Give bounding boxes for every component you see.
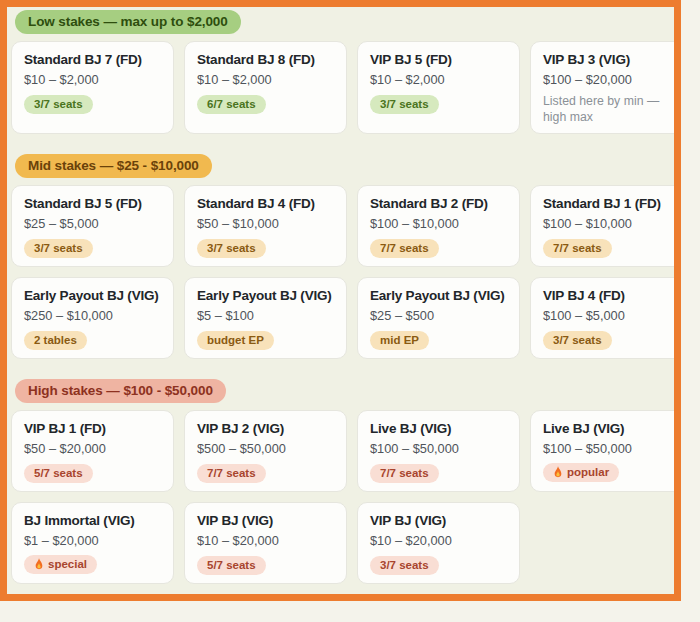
table-card[interactable]: VIP BJ (VIG) $10 – $20,000 3/7 seats bbox=[357, 502, 520, 584]
section-header-badge-mid-stakes: Mid stakes — $25 - $10,000 bbox=[15, 154, 212, 178]
table-card[interactable]: Early Payout BJ (VIG) $25 – $500 mid EP bbox=[357, 277, 520, 359]
table-card[interactable]: VIP BJ 5 (FD) $10 – $2,000 3/7 seats bbox=[357, 41, 520, 134]
table-card[interactable]: Early Payout BJ (VIG) $250 – $10,000 2 t… bbox=[11, 277, 174, 359]
flame-icon bbox=[34, 558, 44, 570]
badge-label: 2 tables bbox=[34, 334, 77, 346]
card-title: Standard BJ 2 (FD) bbox=[370, 196, 507, 212]
card-status-badge: special bbox=[24, 555, 97, 574]
card-title: Standard BJ 7 (FD) bbox=[24, 52, 161, 68]
card-status-badge: 3/7 seats bbox=[370, 95, 439, 114]
card-status-badge: 5/7 seats bbox=[197, 556, 266, 575]
badge-label: popular bbox=[567, 466, 609, 478]
card-status-badge: 3/7 seats bbox=[24, 95, 93, 114]
badge-label: 3/7 seats bbox=[380, 559, 429, 571]
card-status-badge: 7/7 seats bbox=[370, 464, 439, 483]
card-status-badge: 3/7 seats bbox=[370, 556, 439, 575]
table-card[interactable]: VIP BJ 1 (FD) $50 – $20,000 5/7 seats bbox=[11, 410, 174, 492]
card-title: Standard BJ 5 (FD) bbox=[24, 196, 161, 212]
table-card[interactable]: Early Payout BJ (VIG) $5 – $100 budget E… bbox=[184, 277, 347, 359]
card-stake-range: $50 – $10,000 bbox=[197, 216, 334, 231]
card-stake-range: $100 – $10,000 bbox=[543, 216, 680, 231]
badge-label: budget EP bbox=[207, 334, 264, 346]
card-status-badge: 7/7 seats bbox=[197, 464, 266, 483]
card-title: Live BJ (VIG) bbox=[543, 421, 680, 437]
badge-label: 5/7 seats bbox=[207, 559, 256, 571]
card-stake-range: $10 – $20,000 bbox=[370, 533, 507, 548]
card-stake-range: $100 – $50,000 bbox=[370, 441, 507, 456]
card-title: VIP BJ (VIG) bbox=[197, 513, 334, 529]
card-stake-range: $25 – $500 bbox=[370, 308, 507, 323]
card-status-badge: 5/7 seats bbox=[24, 464, 93, 483]
card-title: VIP BJ 1 (FD) bbox=[24, 421, 161, 437]
table-card[interactable]: Live BJ (VIG) $100 – $50,000 popular bbox=[530, 410, 681, 492]
stakes-section: Low stakes — max up to $2,000 Standard B… bbox=[11, 10, 674, 134]
footer-legend: FD = FanDuel studio | VIG = Vivo Gaming … bbox=[17, 594, 680, 601]
card-status-badge: 3/7 seats bbox=[24, 239, 93, 258]
card-title: VIP BJ 5 (FD) bbox=[370, 52, 507, 68]
card-stake-range: $1 – $20,000 bbox=[24, 533, 161, 548]
card-status-badge: 6/7 seats bbox=[197, 95, 266, 114]
card-title: Standard BJ 4 (FD) bbox=[197, 196, 334, 212]
card-title: Live BJ (VIG) bbox=[370, 421, 507, 437]
flame-icon bbox=[553, 466, 563, 478]
badge-label: mid EP bbox=[380, 334, 419, 346]
card-stake-range: $10 – $20,000 bbox=[197, 533, 334, 548]
card-title: BJ Immortal (VIG) bbox=[24, 513, 161, 529]
card-grid: Standard BJ 7 (FD) $10 – $2,000 3/7 seat… bbox=[11, 41, 674, 134]
badge-label: 7/7 seats bbox=[553, 242, 602, 254]
card-status-badge: 7/7 seats bbox=[370, 239, 439, 258]
table-card[interactable]: Standard BJ 4 (FD) $50 – $10,000 3/7 sea… bbox=[184, 185, 347, 267]
table-card[interactable]: Standard BJ 2 (FD) $100 – $10,000 7/7 se… bbox=[357, 185, 520, 267]
badge-label: 3/7 seats bbox=[380, 98, 429, 110]
card-title: Early Payout BJ (VIG) bbox=[370, 288, 507, 304]
table-card[interactable]: VIP BJ 2 (VIG) $500 – $50,000 7/7 seats bbox=[184, 410, 347, 492]
card-stake-range: $10 – $2,000 bbox=[24, 72, 161, 87]
sections-container: Low stakes — max up to $2,000 Standard B… bbox=[11, 10, 674, 584]
table-card[interactable]: VIP BJ (VIG) $10 – $20,000 5/7 seats bbox=[184, 502, 347, 584]
table-card[interactable]: BJ Immortal (VIG) $1 – $20,000 special bbox=[11, 502, 174, 584]
card-title: Early Payout BJ (VIG) bbox=[197, 288, 334, 304]
table-card[interactable]: VIP BJ 4 (FD) $100 – $5,000 3/7 seats bbox=[530, 277, 681, 359]
card-status-badge: mid EP bbox=[370, 331, 429, 350]
stakes-section: High stakes — $100 - $50,000 VIP BJ 1 (F… bbox=[11, 379, 674, 584]
badge-label: 7/7 seats bbox=[380, 467, 429, 479]
badge-label: 6/7 seats bbox=[207, 98, 256, 110]
badge-label: 3/7 seats bbox=[553, 334, 602, 346]
badge-label: 7/7 seats bbox=[207, 467, 256, 479]
card-title: VIP BJ 2 (VIG) bbox=[197, 421, 334, 437]
table-card[interactable]: VIP BJ 3 (VIG) $100 – $20,000 Listed her… bbox=[530, 41, 681, 134]
badge-label: 3/7 seats bbox=[207, 242, 256, 254]
card-grid: VIP BJ 1 (FD) $50 – $20,000 5/7 seats VI… bbox=[11, 410, 674, 584]
card-status-badge: budget EP bbox=[197, 331, 274, 350]
card-stake-range: $250 – $10,000 bbox=[24, 308, 161, 323]
card-status-badge: 2 tables bbox=[24, 331, 87, 350]
section-header-badge-high-stakes: High stakes — $100 - $50,000 bbox=[15, 379, 226, 403]
card-status-badge: popular bbox=[543, 463, 619, 482]
table-card[interactable]: Live BJ (VIG) $100 – $50,000 7/7 seats bbox=[357, 410, 520, 492]
badge-label: 5/7 seats bbox=[34, 467, 83, 479]
card-title: Early Payout BJ (VIG) bbox=[24, 288, 161, 304]
card-title: Standard BJ 1 (FD) bbox=[543, 196, 680, 212]
table-card[interactable]: Standard BJ 7 (FD) $10 – $2,000 3/7 seat… bbox=[11, 41, 174, 134]
card-status-badge: 3/7 seats bbox=[197, 239, 266, 258]
card-stake-range: $50 – $20,000 bbox=[24, 441, 161, 456]
card-stake-range: $10 – $2,000 bbox=[370, 72, 507, 87]
table-card[interactable]: Standard BJ 8 (FD) $10 – $2,000 6/7 seat… bbox=[184, 41, 347, 134]
card-stake-range: $10 – $2,000 bbox=[197, 72, 334, 87]
card-title: VIP BJ 4 (FD) bbox=[543, 288, 680, 304]
card-status-badge: 3/7 seats bbox=[543, 331, 612, 350]
card-note: Listed here by min — high max bbox=[543, 94, 680, 125]
card-grid: Standard BJ 5 (FD) $25 – $5,000 3/7 seat… bbox=[11, 185, 674, 359]
section-header-badge-low-stakes: Low stakes — max up to $2,000 bbox=[15, 10, 241, 34]
card-stake-range: $500 – $50,000 bbox=[197, 441, 334, 456]
badge-label: 3/7 seats bbox=[34, 98, 83, 110]
table-card[interactable]: Standard BJ 5 (FD) $25 – $5,000 3/7 seat… bbox=[11, 185, 174, 267]
card-title: Standard BJ 8 (FD) bbox=[197, 52, 334, 68]
card-stake-range: $100 – $20,000 bbox=[543, 72, 680, 87]
card-stake-range: $5 – $100 bbox=[197, 308, 334, 323]
badge-label: 3/7 seats bbox=[34, 242, 83, 254]
stakes-section: Mid stakes — $25 - $10,000 Standard BJ 5… bbox=[11, 154, 674, 359]
table-card[interactable]: Standard BJ 1 (FD) $100 – $10,000 7/7 se… bbox=[530, 185, 681, 267]
card-title: VIP BJ (VIG) bbox=[370, 513, 507, 529]
card-stake-range: $25 – $5,000 bbox=[24, 216, 161, 231]
